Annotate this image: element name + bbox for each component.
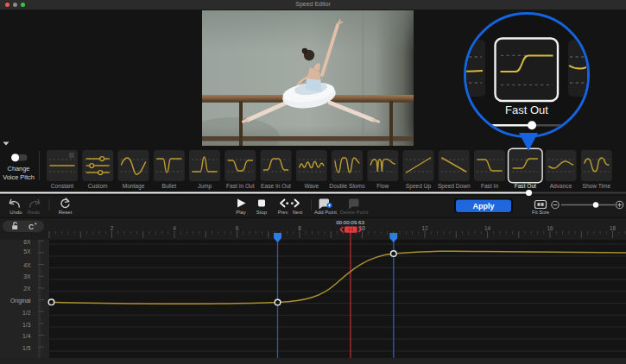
svg-text:5X: 5X	[23, 248, 31, 254]
svg-text:4: 4	[173, 225, 176, 231]
svg-text:Jump: Jump	[198, 183, 212, 190]
svg-text:Original: Original	[10, 298, 31, 304]
svg-text:2X: 2X	[23, 286, 31, 292]
svg-text:Fit Size: Fit Size	[532, 210, 550, 215]
svg-text:Fast Out: Fast Out	[515, 183, 536, 189]
svg-text:6X: 6X	[23, 239, 31, 245]
svg-text:Fast In: Fast In	[481, 183, 498, 189]
svg-text:Montage: Montage	[123, 183, 145, 190]
svg-text:Bullet: Bullet	[162, 183, 177, 189]
svg-text:Redo: Redo	[28, 210, 41, 215]
svg-text:2: 2	[111, 225, 114, 231]
svg-text:Stop: Stop	[256, 210, 268, 215]
svg-text:14: 14	[484, 225, 491, 231]
svg-text:00:00:09.63: 00:00:09.63	[336, 219, 364, 225]
svg-text:Add Point: Add Point	[314, 210, 337, 215]
svg-text:Reset: Reset	[59, 210, 73, 215]
svg-text:Speed Up: Speed Up	[406, 183, 432, 190]
svg-text:Change: Change	[8, 165, 30, 173]
svg-text:16: 16	[547, 225, 553, 231]
svg-text:Prev: Prev	[278, 210, 288, 215]
svg-text:Speed Down: Speed Down	[438, 183, 471, 190]
svg-text:18: 18	[610, 225, 617, 231]
svg-text:Show Time: Show Time	[582, 183, 610, 189]
svg-text:Next: Next	[293, 210, 303, 215]
svg-text:12: 12	[421, 225, 428, 231]
svg-text:1/4: 1/4	[22, 333, 31, 339]
svg-text:Flow: Flow	[376, 183, 389, 189]
svg-text:Voice Pitch: Voice Pitch	[3, 173, 35, 181]
svg-text:Play: Play	[236, 210, 246, 215]
svg-text:Undo: Undo	[9, 210, 22, 215]
svg-text:Advance: Advance	[550, 183, 572, 189]
svg-text:Fast Out: Fast Out	[505, 104, 548, 116]
svg-text:C: C	[28, 223, 34, 231]
svg-text:1/2: 1/2	[22, 310, 31, 316]
svg-text:Wave: Wave	[304, 183, 319, 189]
svg-text:Fast In Out: Fast In Out	[226, 183, 255, 189]
svg-text:Constant: Constant	[51, 183, 74, 189]
svg-text:Apply: Apply	[472, 202, 494, 210]
svg-text:Double Slomo: Double Slomo	[329, 183, 365, 189]
svg-text:1/5: 1/5	[22, 345, 31, 351]
svg-text:Custom: Custom	[88, 183, 108, 189]
svg-text:Ease In Out: Ease In Out	[261, 183, 291, 189]
svg-text:3X: 3X	[23, 273, 31, 279]
svg-text:Delete Point: Delete Point	[340, 210, 369, 215]
svg-text:6: 6	[236, 225, 239, 231]
svg-text:4X: 4X	[23, 262, 31, 268]
svg-text:8: 8	[298, 225, 301, 231]
svg-text:1/3: 1/3	[22, 322, 31, 328]
